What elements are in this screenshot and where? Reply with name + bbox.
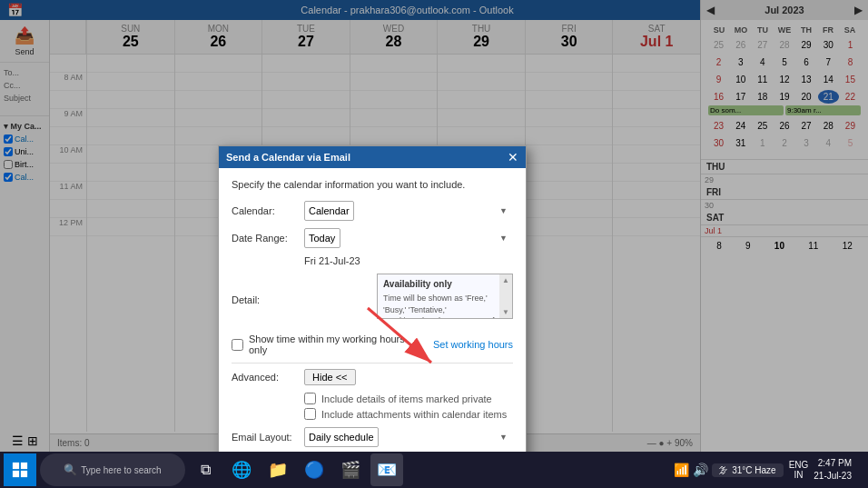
svg-rect-4 — [13, 471, 19, 477]
set-working-hours-link[interactable]: Set working hours — [433, 339, 513, 350]
dialog-calendar-select-wrap: Calendar — [304, 201, 513, 221]
search-taskbar-button[interactable]: 🔍 Type here to search — [40, 453, 185, 486]
dialog-date-range-label: Date Range: — [232, 233, 304, 244]
taskbar: 🔍 Type here to search ⧉ 🌐 📁 🔵 🎬 📧 📶 🔊 🌫 — [0, 452, 868, 488]
dialog-calendar-select[interactable]: Calendar — [304, 201, 354, 221]
dialog-date-range-row: Date Range: Today — [232, 228, 513, 248]
dialog-hide-button[interactable]: Hide << — [304, 369, 356, 385]
dialog-date-range-select[interactable]: Today — [304, 228, 340, 248]
taskbar-right: 📶 🔊 🌫 31°C Haze ENG IN 2:47 PM 21-Jul-23 — [674, 457, 868, 483]
svg-rect-3 — [21, 463, 27, 469]
show-time-label: Show time within my working hours only — [249, 334, 426, 355]
taskbar-search-icon: 🔍 — [64, 463, 77, 476]
dialog-date-range-select-wrap: Today — [304, 228, 513, 248]
dialog-overlay: Send a Calendar via Email ✕ Specify the … — [0, 0, 868, 488]
dialog-include-private-row: Include details of items marked private — [304, 393, 513, 404]
ie-icon: 🔵 — [304, 460, 324, 480]
dialog-close-button[interactable]: ✕ — [508, 151, 518, 164]
dialog-email-layout-label: Email Layout: — [232, 432, 304, 443]
dialog-date-display: Fri 21-Jul-23 — [304, 255, 513, 266]
dialog-advanced-label: Advanced: — [232, 372, 304, 383]
dialog-show-time-row: Show time within my working hours only S… — [232, 334, 513, 355]
edge-browser-button[interactable]: 🌐 — [225, 453, 258, 486]
show-time-checkbox[interactable] — [232, 339, 243, 351]
include-private-checkbox[interactable] — [304, 393, 316, 404]
media-player-button[interactable]: 🎬 — [334, 453, 367, 486]
include-attachments-checkbox[interactable] — [304, 408, 316, 420]
clock[interactable]: 2:47 PM 21-Jul-23 — [814, 457, 852, 483]
dialog-separator — [232, 363, 513, 364]
dialog-calendar-label: Calendar: — [232, 205, 304, 216]
dialog-detail-label: Detail: — [232, 294, 304, 305]
task-view-button[interactable]: ⧉ — [189, 453, 222, 486]
outlook-taskbar-icon: 📧 — [377, 460, 397, 480]
media-player-icon: 🎬 — [340, 460, 360, 480]
clock-date: 21-Jul-23 — [814, 470, 852, 483]
outlook-taskbar-button[interactable]: 📧 — [370, 453, 403, 486]
dialog-detail-row: Detail: Availability only Time will be s… — [232, 274, 513, 326]
file-explorer-button[interactable]: 📁 — [261, 453, 294, 486]
include-private-label: Include details of items marked private — [321, 393, 492, 404]
dialog-email-layout-row: Email Layout: Daily schedule — [232, 427, 513, 447]
language-text: ENG — [789, 460, 809, 470]
task-view-icon: ⧉ — [201, 462, 211, 478]
volume-icon[interactable]: 🔊 — [693, 463, 708, 477]
language-indicator: ENG IN — [789, 460, 809, 480]
dialog-description: Specify the calendar information you wan… — [232, 179, 513, 190]
weather-widget[interactable]: 🌫 31°C Haze — [712, 463, 783, 477]
dialog-calendar-row: Calendar: Calendar — [232, 201, 513, 221]
send-calendar-dialog: Send a Calendar via Email ✕ Specify the … — [218, 145, 527, 488]
edge-icon: 🌐 — [232, 460, 252, 480]
clock-time: 2:47 PM — [814, 457, 852, 470]
dialog-detail-option: Availability only — [383, 278, 507, 291]
dialog-title-bar: Send a Calendar via Email ✕ — [219, 146, 526, 168]
country-text: IN — [794, 470, 803, 480]
network-icon[interactable]: 📶 — [674, 463, 689, 477]
dialog-body: Specify the calendar information you wan… — [219, 168, 526, 465]
dialog-advanced-row: Advanced: Hide << — [232, 369, 513, 385]
dialog-detail-content: Availability only Time will be shown as … — [378, 274, 512, 319]
taskbar-left: 🔍 Type here to search ⧉ 🌐 📁 🔵 🎬 📧 — [0, 453, 403, 486]
dialog-detail-box: Availability only Time will be shown as … — [377, 274, 513, 319]
weather-text: 31°C Haze — [732, 465, 775, 475]
svg-rect-2 — [13, 463, 19, 469]
file-explorer-icon: 📁 — [268, 460, 288, 480]
weather-icon: 🌫 — [719, 465, 728, 475]
system-tray: 📶 🔊 🌫 31°C Haze — [674, 463, 783, 477]
start-button[interactable] — [4, 453, 36, 486]
taskbar-search-text: Type here to search — [81, 465, 161, 475]
include-attachments-label: Include attachments within calendar item… — [321, 409, 507, 420]
dialog-email-layout-select-wrap: Daily schedule — [304, 427, 513, 447]
dialog-detail-desc: Time will be shown as 'Free,' 'Busy,' 'T… — [383, 293, 507, 319]
ie-button[interactable]: 🔵 — [298, 453, 330, 486]
svg-rect-5 — [21, 471, 27, 477]
dialog-email-layout-select[interactable]: Daily schedule — [304, 427, 379, 447]
windows-logo-icon — [12, 462, 28, 478]
dialog-detail-scrollbar[interactable]: ▲ ▼ — [499, 274, 512, 318]
dialog-include-attachments-row: Include attachments within calendar item… — [304, 408, 513, 420]
dialog-title: Send a Calendar via Email — [226, 152, 350, 163]
